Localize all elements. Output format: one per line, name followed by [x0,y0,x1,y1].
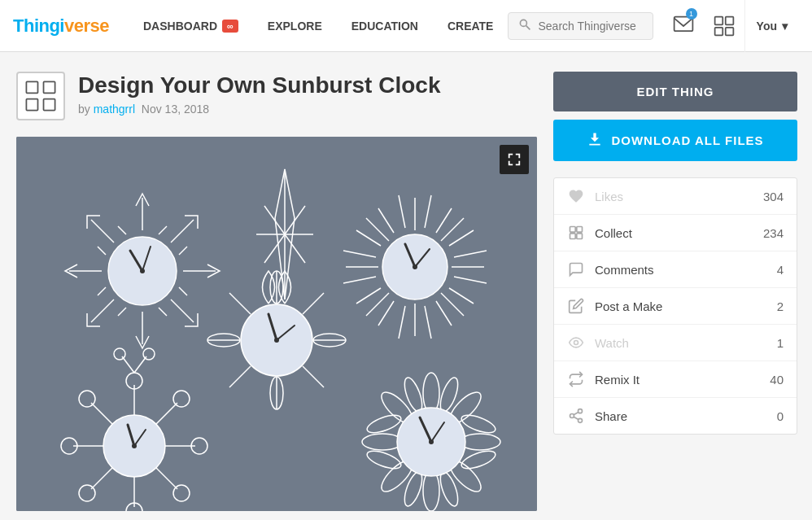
thing-title: Design Your Own Sunburst Clock [78,72,537,99]
thing-title-block: Design Your Own Sunburst Clock by mathgr… [78,72,537,116]
collect-icon [567,225,585,241]
remix-value: 40 [770,373,784,387]
thing-icon [16,72,65,120]
stat-post-make[interactable]: Post a Make 2 [554,288,797,325]
stat-watch[interactable]: Watch 1 [554,325,797,361]
post-make-value: 2 [777,299,784,313]
share-label: Share [595,409,767,423]
nav-links: DASHBOARD ∞ EXPLORE EDUCATION CREATE [129,0,508,52]
nav-create[interactable]: CREATE [433,0,509,52]
svg-point-75 [274,338,279,343]
svg-rect-9 [26,99,37,111]
likes-value: 304 [763,190,784,203]
dashboard-badge: ∞ [222,20,238,33]
comments-value: 4 [777,263,784,277]
svg-point-59 [413,264,417,269]
thing-date: Nov 13, 2018 [142,103,209,116]
stat-share[interactable]: Share 0 [554,398,797,434]
svg-point-129 [574,341,578,345]
stat-collect[interactable]: Collect 234 [554,215,797,251]
collect-value: 234 [763,226,784,240]
stat-likes[interactable]: Likes 304 [554,178,797,215]
download-icon [587,131,603,150]
svg-rect-6 [725,27,733,35]
thing-image [16,137,537,511]
svg-point-31 [140,269,145,273]
author-link[interactable]: mathgrrl [94,103,135,116]
search-box [508,12,653,40]
svg-point-132 [578,418,583,422]
messages-button[interactable]: 1 [663,0,704,52]
share-icon [567,408,585,424]
svg-rect-10 [44,99,55,111]
post-make-label: Post a Make [595,299,767,313]
nav-education[interactable]: EDUCATION [337,0,433,52]
search-icon [518,18,531,34]
collections-button[interactable] [704,0,744,52]
watch-icon [567,334,585,351]
watch-value: 1 [777,336,784,350]
post-make-icon [567,298,585,314]
svg-rect-126 [577,227,583,233]
collect-label: Collect [595,226,753,240]
edit-thing-button[interactable]: EDIT THING [553,72,797,111]
svg-rect-7 [26,81,37,93]
user-menu[interactable]: You ▾ [744,0,799,52]
search-input[interactable] [538,20,642,33]
svg-rect-125 [570,227,576,233]
svg-line-133 [574,417,578,419]
svg-point-130 [578,409,583,413]
user-label: You [757,20,777,33]
left-column: Design Your Own Sunburst Clock by mathgr… [16,72,537,511]
download-button[interactable]: DOWNLOAD ALL FILES [553,120,797,161]
nav-right: 1 You ▾ [663,0,799,52]
chevron-down-icon: ▾ [782,20,788,33]
stats-list: Likes 304 Collect 234 [553,177,797,435]
remix-icon [567,371,585,387]
svg-line-1 [526,25,530,29]
stat-remix[interactable]: Remix It 40 [554,361,797,398]
right-sidebar: EDIT THING DOWNLOAD ALL FILES Likes 304 [553,72,797,511]
remix-label: Remix It [595,373,760,387]
svg-rect-4 [725,16,733,24]
comment-icon [567,261,585,277]
svg-rect-128 [577,234,583,239]
expand-button[interactable] [500,145,529,174]
nav-explore[interactable]: EXPLORE [253,0,337,52]
svg-rect-5 [714,27,723,35]
comments-label: Comments [595,263,767,277]
site-logo[interactable]: Thingiverse [13,15,109,37]
message-badge: 1 [686,8,697,20]
navbar: Thingiverse DASHBOARD ∞ EXPLORE EDUCATIO… [0,0,812,52]
svg-rect-127 [570,234,576,239]
svg-point-119 [429,439,434,444]
watch-label: Watch [595,336,767,350]
thing-meta: by mathgrrl Nov 13, 2018 [78,103,537,116]
stat-comments[interactable]: Comments 4 [554,251,797,288]
svg-rect-8 [44,81,55,93]
dashboard-label: DASHBOARD [143,20,217,33]
nav-dashboard[interactable]: DASHBOARD ∞ [129,0,253,52]
svg-point-0 [521,20,527,26]
svg-line-134 [574,412,578,414]
page-content: Design Your Own Sunburst Clock by mathgr… [0,52,812,520]
heart-icon [567,188,585,204]
svg-rect-3 [714,16,723,24]
share-value: 0 [777,409,784,423]
svg-point-99 [132,444,137,448]
likes-label: Likes [595,190,753,203]
thing-header: Design Your Own Sunburst Clock by mathgr… [16,72,537,120]
svg-point-131 [570,414,574,418]
